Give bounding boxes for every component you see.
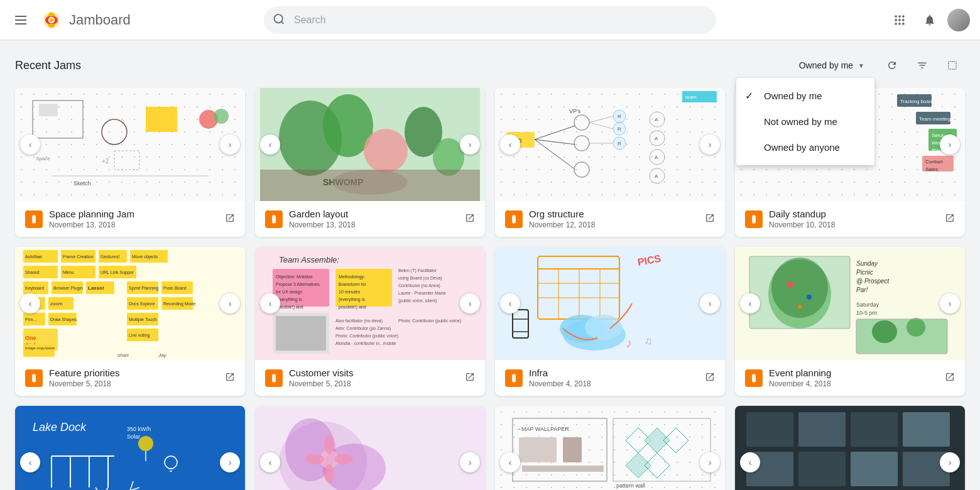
search-bar xyxy=(264,6,716,34)
open-icon[interactable] xyxy=(225,372,235,384)
jam-card[interactable]: ‹ CEO VP's xyxy=(495,88,725,237)
card-title: Space planning Jam xyxy=(49,209,134,219)
section-title: Recent Jams xyxy=(15,59,81,72)
filter-dropdown: Owned by me ▼ ✓ Owned by me Not owned by… xyxy=(789,55,874,75)
next-slide-button[interactable]: › xyxy=(220,293,240,313)
open-icon[interactable] xyxy=(465,213,475,226)
prev-slide-button[interactable]: ‹ xyxy=(20,134,40,155)
prev-slide-button[interactable]: ‹ xyxy=(20,293,40,313)
sort-button[interactable] xyxy=(910,53,935,78)
search-input[interactable] xyxy=(264,6,716,34)
svg-point-163 xyxy=(585,315,623,340)
prev-slide-button[interactable]: ‹ xyxy=(260,452,280,472)
svg-rect-10 xyxy=(895,19,897,21)
filter-option-owned-by-anyone[interactable]: Owned by anyone xyxy=(736,134,874,160)
check-icon: ✓ xyxy=(745,90,753,102)
svg-text:possible!) and: possible!) and xyxy=(339,305,366,310)
search-icon xyxy=(273,13,285,27)
avatar[interactable] xyxy=(947,9,970,31)
svg-rect-13 xyxy=(895,23,897,24)
prev-slide-button[interactable]: ‹ xyxy=(260,134,280,155)
svg-text:A: A xyxy=(655,136,658,141)
jam-card[interactable]: ‹ +2 ✕ xyxy=(735,406,965,490)
svg-text:Push Board: Push Board xyxy=(163,286,187,290)
notifications-icon[interactable] xyxy=(917,8,942,33)
jam-card[interactable]: ‹ →MAP WALLPAPER pattern wall xyxy=(495,406,725,490)
open-icon[interactable] xyxy=(945,372,955,384)
card-preview: ‹ New › xyxy=(255,406,485,490)
next-slide-button[interactable]: › xyxy=(220,134,240,155)
prev-slide-button[interactable]: ‹ xyxy=(500,452,520,472)
filter-option-not-owned-by-me[interactable]: Not owned by me xyxy=(736,109,874,134)
preview-sketch: +2 ✕ xyxy=(735,406,965,490)
svg-rect-170 xyxy=(512,374,516,383)
refresh-button[interactable] xyxy=(879,53,905,78)
svg-text:One: One xyxy=(25,335,36,341)
card-title: Daily standup xyxy=(769,209,835,219)
jam-card[interactable]: ‹ New › xyxy=(255,406,485,490)
card-preview: ‹ +2 Space Sketch › xyxy=(15,88,245,201)
card-preview: ‹ +2 ✕ xyxy=(735,406,965,490)
jam-card[interactable]: ‹ Sunday Picnic @ Prospect Par! xyxy=(735,247,965,396)
filter-option-owned-by-me[interactable]: ✓ Owned by me xyxy=(736,83,874,109)
next-slide-button[interactable]: › xyxy=(940,452,960,472)
app-header: Jamboard xyxy=(0,0,980,40)
next-slide-button[interactable]: › xyxy=(460,452,480,472)
preview-sketch: ♪ ♫ PICS xyxy=(495,247,725,360)
next-slide-button[interactable]: › xyxy=(460,293,480,313)
jam-card[interactable]: ‹ Autoflaw Frame Creation Gestures! Move… xyxy=(15,247,245,396)
open-icon[interactable] xyxy=(705,372,715,384)
prev-slide-button[interactable]: ‹ xyxy=(20,452,40,472)
svg-text:Keyboard: Keyboard xyxy=(25,286,44,291)
prev-slide-button[interactable]: ‹ xyxy=(740,452,760,472)
svg-text:Alondia - contributer in...mob: Alondia - contributer in...mobile xyxy=(335,341,396,346)
open-icon[interactable] xyxy=(705,213,715,226)
prev-slide-button[interactable]: ‹ xyxy=(740,293,760,313)
next-slide-button[interactable]: › xyxy=(700,134,720,155)
card-preview: ‹ Sunday Picnic @ Prospect Par! xyxy=(735,247,965,360)
svg-text:Sprint Planning: Sprint Planning xyxy=(129,286,159,291)
jam-card[interactable]: ‹ Lake Dock xyxy=(15,406,245,490)
menu-icon[interactable] xyxy=(10,8,31,32)
prev-slide-button[interactable]: ‹ xyxy=(260,293,280,313)
preview-sketch: +2 Space Sketch xyxy=(15,88,245,201)
svg-text:Frame Creation: Frame Creation xyxy=(63,254,94,259)
svg-text:350 kW/h: 350 kW/h xyxy=(127,426,151,432)
jam-card[interactable]: ‹ +2 Space Sketch › xyxy=(15,88,245,237)
jam-card[interactable]: ‹ SHWOMP › xyxy=(255,88,485,237)
svg-rect-37 xyxy=(272,215,276,224)
jam-card[interactable]: ‹ Team Assemble: Objective: Mobilize Pro… xyxy=(255,247,485,396)
svg-text:Alex: Contributor (po Zanna): Alex: Contributor (po Zanna) xyxy=(335,326,391,331)
svg-rect-7 xyxy=(895,15,897,17)
card-date: November 13, 2018 xyxy=(49,220,134,229)
view-toggle-button[interactable] xyxy=(940,53,965,78)
svg-text:Contributor (no Anna): Contributor (no Anna) xyxy=(398,283,440,288)
card-meta: Space planning Jam November 13, 2018 xyxy=(25,209,134,229)
svg-text:Space: Space xyxy=(36,156,50,161)
prev-slide-button[interactable]: ‹ xyxy=(500,134,520,155)
svg-text:R: R xyxy=(618,141,621,146)
next-slide-button[interactable]: › xyxy=(700,293,720,313)
open-icon[interactable] xyxy=(945,213,955,226)
prev-slide-button[interactable]: ‹ xyxy=(500,293,520,313)
filter-button[interactable]: Owned by me ▼ xyxy=(789,55,874,75)
open-icon[interactable] xyxy=(465,372,475,384)
svg-text:VP's: VP's xyxy=(569,108,581,114)
jam-card[interactable]: ‹ xyxy=(495,247,725,396)
next-slide-button[interactable]: › xyxy=(940,293,960,313)
next-slide-button[interactable]: › xyxy=(940,134,960,155)
svg-rect-218 xyxy=(613,418,710,481)
card-title: Customer visits xyxy=(289,368,354,378)
svg-text:10 minutes: 10 minutes xyxy=(339,290,361,294)
header-right xyxy=(844,8,970,33)
card-meta: Infra November 4, 2018 xyxy=(505,368,591,388)
next-slide-button[interactable]: › xyxy=(460,134,480,155)
next-slide-button[interactable]: › xyxy=(700,452,720,472)
svg-point-209 xyxy=(324,435,334,454)
apps-icon[interactable] xyxy=(887,8,912,33)
open-icon[interactable] xyxy=(225,213,235,226)
chevron-down-icon: ▼ xyxy=(858,62,864,69)
svg-point-18 xyxy=(102,119,127,144)
next-slide-button[interactable]: › xyxy=(220,452,240,472)
svg-rect-20 xyxy=(146,107,177,132)
